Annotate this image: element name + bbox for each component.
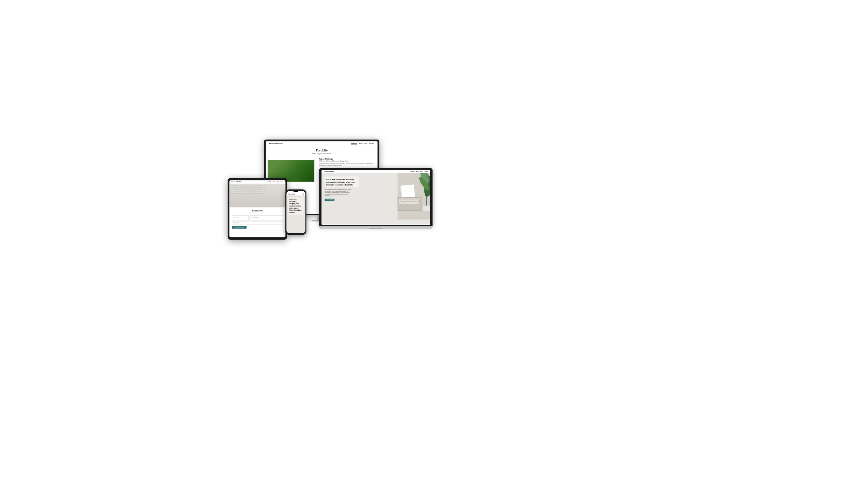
monitor-nav-contact[interactable]: Contact — [369, 143, 374, 144]
phone-hero: I'm a web developer, designer, and creat… — [286, 195, 305, 233]
tablet-key — [245, 185, 247, 187]
tablet-key — [242, 187, 244, 189]
tablet-key — [249, 187, 251, 189]
tablet-key — [233, 185, 235, 187]
tablet-key — [248, 192, 250, 193]
phone-notch — [293, 191, 298, 192]
tablet-key — [243, 185, 245, 187]
tablet-key — [244, 187, 246, 189]
laptop-hero-text: I'm a web developer, designer, and creat… — [324, 176, 427, 222]
tablet-contact-subtitle: We'd love to hear from you. — [232, 212, 283, 214]
phone-device: Personal Portfolio I'm a web developer, … — [285, 189, 306, 235]
monitor-nav-brand: Personal Portfolio — [269, 143, 282, 144]
tablet-screen: Personal Portfolio Portfolio About Blog … — [229, 180, 286, 237]
laptop-screen-inner: Personal Portfolio Portfolio About Blog … — [322, 170, 430, 225]
tablet-nav-about[interactable]: About — [273, 182, 275, 183]
tablet-nav-contact[interactable]: Contact — [280, 182, 283, 183]
laptop-nav-about[interactable]: About — [416, 171, 419, 172]
tablet-key — [237, 187, 239, 189]
tablet-hero: Contact Us We'd love to hear from you. — [229, 184, 286, 236]
tablet-key — [238, 185, 240, 187]
tablet-key — [239, 190, 241, 191]
monitor-project-tech: HTML and CSS from Photoshop Design Comp — [319, 160, 375, 162]
main-scene: Personal Portfolio Portfolio About Blog … — [204, 115, 664, 373]
laptop-nav-contact[interactable]: Contact — [424, 171, 428, 172]
laptop-screen-outer: Personal Portfolio Portfolio About Blog … — [319, 168, 433, 226]
tablet-key-caps — [231, 190, 236, 191]
phone-nav-brand: Personal Portfolio — [288, 193, 296, 194]
tablet-key — [231, 185, 233, 187]
phone-hero-text: I'm a web developer, designer, and creat… — [288, 197, 304, 215]
tablet-key — [236, 190, 238, 191]
tablet-form-row-2 — [232, 221, 283, 225]
tablet-contact-title: Contact Us — [232, 210, 283, 212]
tablet-key — [259, 187, 261, 189]
tablet-email-input[interactable] — [232, 221, 283, 225]
monitor-nav-links: Portfolio About Blog Contact — [351, 143, 374, 144]
laptop-nav-brand: Personal Portfolio — [324, 171, 334, 172]
tablet-key-shift-l — [231, 192, 236, 193]
laptop-nav-blog[interactable]: Blog — [420, 171, 423, 172]
tablet-key — [239, 192, 241, 193]
monitor-nav-portfolio[interactable]: Portfolio — [351, 143, 356, 144]
tablet-key — [257, 185, 259, 187]
tablet-key-backspace — [262, 185, 266, 187]
monitor-nav-blog[interactable]: Blog — [365, 143, 367, 144]
tablet-key — [236, 192, 238, 193]
laptop-hero-description: I enjoy creating intuitive user experien… — [324, 189, 352, 196]
tablet-key — [244, 192, 245, 193]
tablet-key-tab — [231, 187, 235, 189]
tablet-nav-blog[interactable]: Blog — [277, 182, 279, 183]
phone-outer: Personal Portfolio I'm a web developer, … — [285, 189, 306, 235]
tablet-key-shift-r — [258, 192, 263, 193]
laptop-nav-portfolio[interactable]: Portfolio — [410, 171, 415, 172]
tablet-key — [250, 185, 252, 187]
tablet-key — [247, 187, 249, 189]
tablet-key — [253, 192, 255, 193]
tablet-key — [248, 185, 250, 187]
tablet-key — [239, 187, 241, 189]
laptop-device: Personal Portfolio Portfolio About Blog … — [319, 168, 433, 232]
tablet-key — [253, 185, 254, 187]
phone-hamburger-line-3 — [303, 194, 304, 195]
tablet-key — [251, 192, 253, 193]
tablet-key — [251, 187, 253, 189]
tablet-form-row-1 — [232, 215, 283, 220]
monitor-nav: Personal Portfolio Portfolio About Blog … — [266, 141, 378, 146]
tablet-key — [260, 185, 262, 187]
tablet-device: Personal Portfolio Portfolio About Blog … — [228, 178, 287, 240]
tablet-key — [246, 192, 248, 193]
tablet-message-input[interactable] — [250, 215, 283, 220]
monitor-nav-about[interactable]: About — [359, 143, 363, 144]
tablet-nav-portfolio[interactable]: Portfolio — [268, 182, 272, 183]
tablet-key — [251, 190, 253, 191]
tablet-key — [255, 190, 257, 191]
laptop-contact-button[interactable]: CONTACT ME — [324, 199, 334, 201]
tablet-key — [255, 192, 257, 193]
phone-hamburger-menu[interactable] — [303, 193, 304, 194]
monitor-screenshot-links: ABOUT WORK LOCATION GALLERY ARTISTS CONT… — [295, 158, 313, 159]
tablet-key-shift — [260, 190, 266, 191]
tablet-key — [255, 185, 257, 187]
tablet-contact-form: Contact Us We'd love to hear from you. — [229, 207, 286, 236]
tablet-nav-links: Portfolio About Blog Contact — [268, 182, 283, 183]
tablet-key — [244, 190, 245, 191]
laptop-base — [319, 226, 433, 228]
tablet-key — [246, 190, 248, 191]
tablet-key — [240, 185, 242, 187]
tablet-outer: Personal Portfolio Portfolio About Blog … — [228, 178, 287, 240]
tablet-nav: Personal Portfolio Portfolio About Blog … — [229, 180, 286, 184]
tablet-key — [241, 192, 243, 193]
tablet-key — [241, 190, 243, 191]
monitor-screenshot-brand: ROGUE PICKINGS — [269, 158, 275, 159]
tablet-key — [248, 190, 250, 191]
laptop-nav: Personal Portfolio Portfolio About Blog … — [322, 170, 430, 173]
tablet-nav-brand: Personal Portfolio — [231, 181, 242, 183]
tablet-send-button[interactable]: SEND MESSAGE — [232, 226, 246, 228]
tablet-key — [256, 187, 258, 189]
tablet-name-input[interactable] — [232, 215, 249, 220]
phone-screen: Personal Portfolio I'm a web developer, … — [286, 191, 305, 233]
tablet-form: SEND MESSAGE — [232, 215, 283, 228]
monitor-project-description: Single page website foundations using Ph… — [319, 163, 375, 166]
tablet-key — [235, 187, 236, 189]
